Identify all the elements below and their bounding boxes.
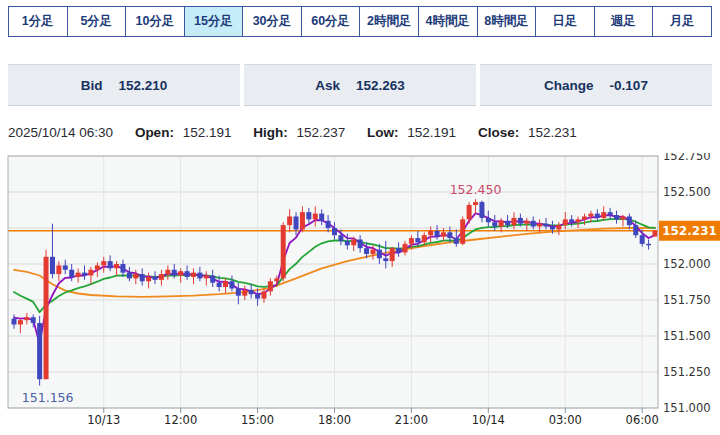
bid-label: Bid (81, 78, 103, 93)
timeframe-button-month[interactable]: 月足 (652, 6, 712, 37)
bid-value: 152.210 (118, 78, 167, 93)
timeframe-button-2h[interactable]: 2時間足 (359, 6, 419, 37)
open-label: Open: (135, 125, 174, 140)
ask-quote: Ask 152.263 (244, 64, 476, 106)
svg-text:12:00: 12:00 (164, 413, 197, 427)
high-value: 152.237 (296, 125, 345, 140)
svg-text:152.231: 152.231 (662, 224, 717, 238)
change-label: Change (544, 78, 594, 93)
timeframe-button-15min[interactable]: 15分足 (184, 6, 244, 37)
ohlc-readout: 2025/10/14 06:30 Open: 152.191 High: 152… (8, 125, 720, 140)
timeframe-button-day[interactable]: 日足 (535, 6, 595, 37)
close-label: Close: (478, 125, 519, 140)
ask-label: Ask (315, 78, 340, 93)
timeframe-button-30min[interactable]: 30分足 (242, 6, 302, 37)
svg-text:15:00: 15:00 (241, 413, 274, 427)
timeframe-button-4h[interactable]: 4時間足 (418, 6, 478, 37)
svg-text:03:00: 03:00 (549, 413, 582, 427)
open-value: 152.191 (183, 125, 232, 140)
svg-text:152.500: 152.500 (663, 185, 711, 199)
plot-background (8, 156, 658, 408)
timeframe-button-8h[interactable]: 8時間足 (477, 6, 537, 37)
x-axis-labels: 10/1312:0015:0018:0021:0010/1403:0006:00 (87, 408, 659, 427)
low-value: 152.191 (407, 125, 456, 140)
timeframe-button-5min[interactable]: 5分足 (67, 6, 127, 37)
low-annotation: 151.156 (22, 390, 74, 405)
svg-text:151.500: 151.500 (663, 329, 711, 343)
current-price-badge: 152.231 (659, 221, 720, 241)
svg-text:10/13: 10/13 (87, 413, 120, 427)
quote-bar: Bid 152.210 Ask 152.263 Change -0.107 (8, 64, 712, 106)
change-value: -0.107 (610, 78, 648, 93)
timeframe-button-10min[interactable]: 10分足 (125, 6, 185, 37)
svg-text:151.250: 151.250 (663, 365, 711, 379)
svg-text:151.750: 151.750 (663, 293, 711, 307)
high-label: High: (253, 125, 288, 140)
timeframe-button-week[interactable]: 週足 (594, 6, 654, 37)
svg-text:10/14: 10/14 (472, 413, 505, 427)
high-annotation: 152.450 (450, 182, 502, 197)
close-value: 152.231 (528, 125, 577, 140)
change-quote: Change -0.107 (480, 64, 712, 106)
timeframe-button-1min[interactable]: 1分足 (8, 6, 68, 37)
y-axis-labels: 152.750152.500152.000151.750151.500151.2… (663, 153, 711, 415)
timeframe-toolbar: 1分足5分足10分足15分足30分足60分足2時間足4時間足8時間足日足週足月足 (8, 6, 712, 37)
bid-quote: Bid 152.210 (8, 64, 240, 106)
svg-text:152.750: 152.750 (663, 153, 711, 163)
svg-text:06:00: 06:00 (626, 413, 659, 427)
candle-datetime: 2025/10/14 06:30 (8, 125, 113, 140)
svg-text:18:00: 18:00 (318, 413, 351, 427)
price-chart[interactable]: 152.450151.156152.750152.500152.000151.7… (0, 153, 720, 430)
timeframe-button-60min[interactable]: 60分足 (301, 6, 361, 37)
svg-text:151.000: 151.000 (663, 401, 711, 415)
svg-text:21:00: 21:00 (395, 413, 428, 427)
svg-text:152.000: 152.000 (663, 257, 711, 271)
ask-value: 152.263 (356, 78, 405, 93)
low-label: Low: (367, 125, 399, 140)
